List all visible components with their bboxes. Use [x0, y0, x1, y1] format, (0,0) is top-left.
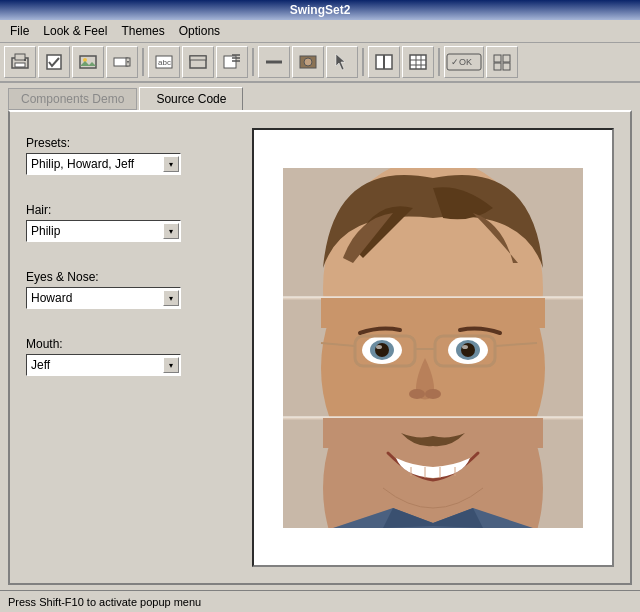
menu-themes[interactable]: Themes	[115, 22, 170, 40]
eyes-group: Eyes & Nose: Philip Howard Jeff ▾	[26, 270, 236, 309]
tab-source-code[interactable]: Source Code	[139, 87, 243, 110]
tab-components-demo[interactable]: Components Demo	[8, 88, 137, 110]
main-content: Presets: Philip, Howard, Jeff Jeff, Howa…	[8, 110, 632, 585]
hair-select[interactable]: Philip Howard Jeff	[26, 220, 181, 242]
svg-rect-30	[494, 55, 501, 62]
title-bar: SwingSet2	[0, 0, 640, 20]
toolbar-separator-4	[438, 48, 440, 76]
svg-rect-3	[24, 59, 26, 61]
status-bar: Press Shift-F10 to activate popup menu	[0, 590, 640, 612]
svg-point-46	[461, 343, 475, 357]
svg-text:abc: abc	[158, 58, 171, 67]
eyes-select[interactable]: Philip Howard Jeff	[26, 287, 181, 309]
eyes-label: Eyes & Nose:	[26, 270, 236, 284]
print-button[interactable]	[4, 46, 36, 78]
checkbox-button[interactable]	[38, 46, 70, 78]
photo-button[interactable]	[292, 46, 324, 78]
svg-rect-32	[494, 63, 501, 70]
combo-button[interactable]	[106, 46, 138, 78]
svg-rect-39	[321, 298, 545, 328]
svg-rect-31	[503, 55, 510, 62]
presets-select-wrapper: Philip, Howard, Jeff Jeff, Howard, Phili…	[26, 153, 181, 175]
svg-rect-2	[15, 63, 25, 67]
presets-group: Presets: Philip, Howard, Jeff Jeff, Howa…	[26, 136, 236, 175]
toolbar-separator-1	[142, 48, 144, 76]
ok-button[interactable]: ✓OK	[444, 46, 484, 78]
svg-point-43	[376, 345, 382, 349]
presets-label: Presets:	[26, 136, 236, 150]
face-image-panel	[252, 128, 614, 567]
mouth-group: Mouth: Philip Howard Jeff ▾	[26, 337, 236, 376]
hair-label: Hair:	[26, 203, 236, 217]
svg-point-42	[375, 343, 389, 357]
window-title: SwingSet2	[290, 3, 351, 17]
toolbar: abc ✓OK	[0, 43, 640, 83]
menu-file[interactable]: File	[4, 22, 35, 40]
cursor-button[interactable]	[326, 46, 358, 78]
svg-point-19	[304, 58, 312, 66]
svg-marker-20	[336, 54, 345, 70]
frame-button[interactable]	[182, 46, 214, 78]
menu-options[interactable]: Options	[173, 22, 226, 40]
presets-select[interactable]: Philip, Howard, Jeff Jeff, Howard, Phili…	[26, 153, 181, 175]
info-button[interactable]	[216, 46, 248, 78]
svg-rect-33	[503, 63, 510, 70]
hair-select-wrapper: Philip Howard Jeff ▾	[26, 220, 181, 242]
mouth-label: Mouth:	[26, 337, 236, 351]
svg-rect-12	[190, 56, 206, 60]
tab-area: Components Demo Source Code	[0, 83, 640, 110]
mouth-select-wrapper: Philip Howard Jeff ▾	[26, 354, 181, 376]
svg-rect-5	[80, 56, 96, 68]
eyes-select-wrapper: Philip Howard Jeff ▾	[26, 287, 181, 309]
status-text: Press Shift-F10 to activate popup menu	[8, 596, 201, 608]
svg-rect-1	[15, 54, 25, 60]
line-button[interactable]	[258, 46, 290, 78]
toolbar-separator-3	[362, 48, 364, 76]
text-button[interactable]: abc	[148, 46, 180, 78]
toolbar-separator-2	[252, 48, 254, 76]
grid-button[interactable]	[402, 46, 434, 78]
svg-text:✓OK: ✓OK	[451, 57, 472, 67]
split-button[interactable]	[368, 46, 400, 78]
hair-group: Hair: Philip Howard Jeff ▾	[26, 203, 236, 242]
menu-bar: File Look & Feel Themes Options	[0, 20, 640, 43]
menu-look-feel[interactable]: Look & Feel	[37, 22, 113, 40]
mouth-select[interactable]: Philip Howard Jeff	[26, 354, 181, 376]
svg-point-47	[462, 345, 468, 349]
face-composite-image	[283, 168, 583, 528]
misc-button[interactable]	[486, 46, 518, 78]
image-button[interactable]	[72, 46, 104, 78]
left-panel: Presets: Philip, Howard, Jeff Jeff, Howa…	[26, 128, 236, 567]
svg-rect-23	[410, 55, 426, 69]
svg-point-53	[409, 389, 425, 399]
svg-point-54	[425, 389, 441, 399]
